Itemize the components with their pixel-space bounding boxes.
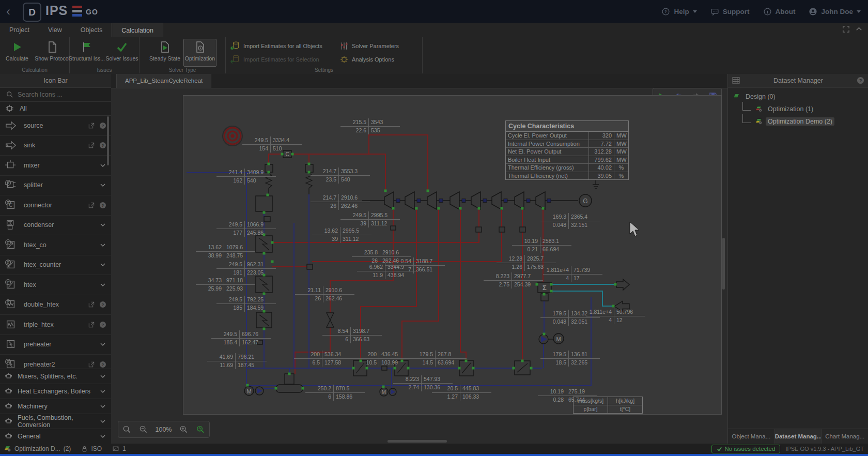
ribbon-button-optimization[interactable]: Optimization	[183, 39, 216, 67]
ribbon-tab-calculation[interactable]: Calculation	[112, 23, 163, 37]
open-external-icon[interactable]	[87, 121, 96, 130]
dataset-tree-item-0[interactable]: Design (0)	[732, 90, 864, 103]
help-circle-icon[interactable]: ?	[99, 321, 107, 329]
help-circle-icon[interactable]: ?	[99, 360, 107, 369]
turbine-stage[interactable]	[405, 192, 414, 209]
topnav-support[interactable]: Support	[710, 7, 750, 16]
turbine-stage[interactable]	[492, 192, 501, 209]
chevron-down-icon[interactable]	[99, 340, 107, 348]
chevron-down-icon[interactable]	[99, 161, 107, 170]
manager-tab-2[interactable]: Chart Manag...	[822, 429, 868, 444]
horizontal-scrollbar[interactable]	[388, 440, 447, 443]
sidebar-category-fuels-combustion-conversion[interactable]: Fuels, Combustion, Conversion	[0, 414, 111, 429]
sidebar-item-htex_co[interactable]: 2 htex_co	[0, 235, 111, 255]
sidebar-category-mixers-splitters-etc-[interactable]: Mixers, Splitters, etc.	[0, 369, 111, 384]
sidebar-category-heat-exchangers-boilers[interactable]: Heat Exchangers, Boilers	[0, 384, 111, 399]
sidebar-item-condenser[interactable]: 2 condenser	[0, 216, 111, 236]
sidebar-item-htex_counter[interactable]: 2 htex_counter	[0, 255, 111, 276]
sidebar-category-general[interactable]: General	[0, 429, 111, 444]
chevron-down-icon[interactable]	[99, 221, 107, 229]
zoom-refresh-button[interactable]	[196, 425, 205, 434]
ribbon-button-import-estimates-for-selection[interactable]: Import Estimates for Selection	[230, 53, 339, 66]
ribbon-button-analysis-options[interactable]: Analysis Options	[339, 53, 417, 66]
sidebar-item-source[interactable]: source?	[0, 116, 111, 136]
issues-badge[interactable]: No issues detected	[711, 445, 781, 453]
zoom-level[interactable]: 100%	[156, 426, 172, 433]
turbine-stage[interactable]	[384, 192, 394, 209]
ribbon-button-calculate[interactable]: Calculate	[1, 39, 34, 67]
play-icon	[11, 39, 23, 54]
ribbon-button-import-estimates-for-all-objects[interactable]: Import Estimates for all Objects	[230, 39, 339, 53]
back-chevron-icon[interactable]: ‹	[6, 4, 17, 19]
sidebar-item-preheater[interactable]: 2 preheater	[0, 335, 111, 355]
dataset-tree-item-2[interactable]: Optimization Demo (2)	[738, 115, 864, 128]
turbine-stage[interactable]	[515, 192, 524, 209]
cooling-water-sink-arrow[interactable]	[616, 279, 629, 290]
open-external-icon[interactable]	[87, 300, 96, 309]
help-circle-icon[interactable]: ?	[857, 77, 864, 84]
ribbon-button-solver-parameters[interactable]: Solver Parameters	[339, 39, 417, 53]
zoom-fit-button[interactable]	[122, 425, 131, 434]
ribbon-tabs: ProjectViewObjectsCalculation	[0, 23, 163, 37]
topnav-help[interactable]: ? Help	[661, 7, 696, 16]
sidebar-category-machinery[interactable]: Machinery	[0, 399, 111, 414]
chevron-down-icon[interactable]	[99, 281, 107, 289]
sidebar-item-triple_htex[interactable]: triple_htex?	[0, 315, 111, 335]
stream-label: 8.2232977.72.75254.39	[484, 272, 543, 288]
boiler-burner[interactable]	[223, 126, 242, 146]
ribbon-tab-objects[interactable]: Objects	[71, 23, 112, 37]
topnav-user[interactable]: John Doe	[809, 7, 861, 16]
condenser-icon: 2	[5, 219, 17, 231]
zoom-in-button[interactable]	[179, 425, 188, 434]
vertical-scrollbar[interactable]	[722, 238, 725, 290]
sidebar-item-splitter[interactable]: 3 splitter	[0, 176, 111, 196]
chevron-down-icon	[99, 402, 107, 411]
ribbon-button-solver-issues[interactable]: Solver Issues	[105, 39, 138, 67]
info-icon	[763, 7, 772, 16]
ribbon-button-structural-iss-[interactable]: Structural Iss...	[70, 39, 103, 67]
condensate-pump[interactable]: M	[539, 333, 564, 344]
help-circle-icon[interactable]: ?	[99, 121, 107, 130]
turbine-stage[interactable]	[427, 192, 437, 209]
search-icons-input[interactable]: Search Icons ...	[0, 87, 111, 102]
sidebar-scrollbar[interactable]	[107, 116, 109, 165]
flowsheet-tab[interactable]: APP_Lib_SteamCycleReheat	[116, 74, 211, 88]
turbine-stage[interactable]	[450, 192, 459, 209]
chevron-down-icon[interactable]	[99, 261, 107, 269]
manager-tab-0[interactable]: Object Mana...	[728, 429, 775, 444]
sidebar-item-mixer[interactable]: 3 mixer	[0, 156, 111, 176]
manager-tab-1[interactable]: Dataset Manag...	[775, 429, 822, 444]
dataset-tree-item-1[interactable]: Optimization (1)	[738, 103, 864, 115]
help-circle-icon[interactable]: ?	[99, 201, 107, 209]
chevron-down-icon[interactable]	[99, 241, 107, 249]
topnav-about[interactable]: About	[763, 7, 796, 16]
open-external-icon[interactable]	[87, 201, 96, 209]
chevron-down-icon[interactable]	[99, 181, 107, 189]
feedwater-pump[interactable]: M	[244, 386, 264, 396]
sidebar-item-htex[interactable]: 2 htex	[0, 275, 111, 295]
open-external-icon[interactable]	[87, 360, 96, 369]
help-circle-icon[interactable]: ?	[99, 141, 107, 149]
collapse-ribbon-icon[interactable]	[855, 25, 863, 33]
turbine-stage[interactable]	[536, 192, 545, 209]
turbine-stage[interactable]	[471, 192, 481, 209]
sidebar-item-sink[interactable]: sink?	[0, 136, 111, 156]
sidebar-item-connector[interactable]: C connector?	[0, 195, 111, 216]
reheat-valve[interactable]	[327, 313, 334, 327]
boiler-drum[interactable]	[256, 196, 272, 211]
flowsheet-page[interactable]: C	[183, 95, 722, 415]
ribbon-tab-project[interactable]: Project	[0, 23, 39, 37]
deaerator-tank[interactable]	[276, 374, 303, 392]
open-external-icon[interactable]	[87, 141, 96, 149]
sidebar-item-all[interactable]: All	[0, 102, 111, 116]
generator-component[interactable]: G	[579, 180, 599, 207]
sidebar-item-double_htex[interactable]: double_htex?	[0, 295, 111, 315]
expand-icon[interactable]	[842, 25, 850, 33]
ribbon-tab-view[interactable]: View	[39, 23, 71, 37]
ribbon-button-steady-state[interactable]: Steady State	[148, 39, 181, 67]
help-circle-icon[interactable]: ?	[99, 300, 107, 309]
open-external-icon[interactable]	[87, 321, 96, 329]
zoom-out-button[interactable]	[139, 425, 148, 434]
table-icon[interactable]	[732, 77, 740, 84]
ribbon-button-show-protocol[interactable]: Show Protocol	[36, 39, 69, 67]
